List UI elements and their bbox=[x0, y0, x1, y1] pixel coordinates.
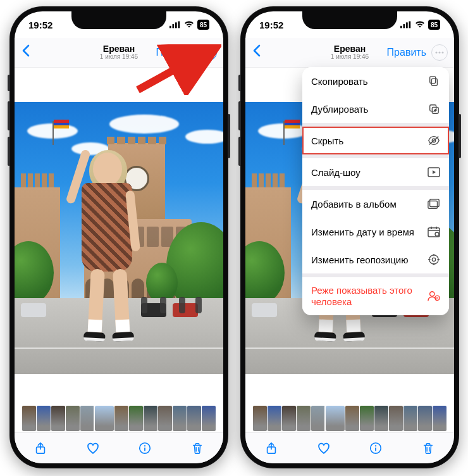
thumbnail[interactable] bbox=[144, 406, 157, 431]
nav-bar: Ереван 1 июля 19:46 Править bbox=[245, 38, 454, 68]
thumbnail[interactable] bbox=[173, 406, 187, 431]
menu-label: Добавить в альбом bbox=[311, 199, 397, 210]
menu-label: Слайд-шоу bbox=[311, 167, 360, 178]
delete-button[interactable] bbox=[420, 440, 436, 456]
menu-item-add-to-album[interactable]: Добавить в альбом bbox=[302, 190, 449, 218]
power-button bbox=[459, 114, 461, 158]
svg-rect-2 bbox=[175, 22, 177, 28]
menu-item-hide[interactable]: Скрыть bbox=[302, 127, 449, 154]
thumbnail[interactable] bbox=[268, 406, 281, 431]
thumbnail[interactable] bbox=[51, 406, 65, 431]
svg-rect-24 bbox=[430, 77, 436, 84]
wifi-icon bbox=[415, 21, 425, 28]
svg-line-11 bbox=[138, 49, 211, 90]
delete-button[interactable] bbox=[189, 440, 206, 456]
menu-label: Реже показывать этого человека bbox=[311, 285, 419, 308]
volume-down bbox=[8, 137, 10, 166]
thumbnail[interactable] bbox=[66, 406, 80, 431]
volume-down bbox=[238, 137, 241, 166]
menu-item-change-datetime[interactable]: Изменить дату и время bbox=[302, 218, 449, 246]
person-subject bbox=[70, 153, 146, 355]
context-menu: Скопировать Дублировать Скрыть Слайд-шоу… bbox=[302, 67, 449, 315]
thumbnail[interactable] bbox=[202, 406, 216, 431]
thumbnail[interactable] bbox=[433, 406, 446, 431]
more-button[interactable] bbox=[431, 44, 448, 61]
svg-rect-22 bbox=[375, 448, 376, 451]
svg-point-34 bbox=[429, 255, 438, 264]
svg-point-21 bbox=[375, 445, 376, 446]
favorite-button[interactable] bbox=[316, 440, 332, 456]
bottom-toolbar bbox=[245, 432, 454, 463]
svg-rect-23 bbox=[431, 78, 437, 85]
svg-rect-15 bbox=[409, 22, 410, 28]
svg-point-33 bbox=[435, 232, 439, 236]
menu-item-duplicate[interactable]: Дублировать bbox=[302, 95, 449, 123]
screen-right: 19:52 85 Ереван 1 июля 19:46 Править bbox=[245, 11, 454, 463]
thumbnail[interactable] bbox=[80, 406, 94, 431]
svg-rect-0 bbox=[169, 26, 171, 28]
svg-point-18 bbox=[441, 51, 443, 53]
volume-up bbox=[238, 101, 241, 130]
svg-point-16 bbox=[435, 51, 437, 53]
back-button[interactable] bbox=[252, 44, 267, 61]
menu-label: Изменить геопозицию bbox=[311, 254, 408, 265]
annotation-arrow bbox=[133, 44, 221, 95]
menu-item-feature-less[interactable]: Реже показывать этого человека bbox=[302, 277, 449, 315]
thumbnail-strip[interactable] bbox=[15, 404, 223, 433]
thumbnail[interactable] bbox=[403, 406, 417, 431]
photo-content bbox=[15, 102, 223, 374]
thumbnail[interactable] bbox=[187, 406, 201, 431]
menu-item-copy[interactable]: Скопировать bbox=[302, 67, 449, 95]
thumbnail[interactable] bbox=[297, 406, 311, 431]
power-button bbox=[228, 114, 230, 158]
thumbnail[interactable] bbox=[158, 406, 172, 431]
thumbnail[interactable] bbox=[389, 406, 403, 431]
thumbnail[interactable] bbox=[374, 406, 388, 431]
favorite-button[interactable] bbox=[85, 440, 101, 456]
thumbnail[interactable] bbox=[37, 406, 51, 431]
thumbnail[interactable] bbox=[311, 406, 325, 431]
phone-right: 19:52 85 Ереван 1 июля 19:46 Править bbox=[240, 6, 459, 468]
status-right: 85 bbox=[169, 20, 209, 30]
notch bbox=[302, 11, 397, 29]
thumbnail[interactable] bbox=[360, 406, 374, 431]
svg-point-35 bbox=[432, 258, 435, 261]
back-button[interactable] bbox=[21, 44, 36, 61]
thumbnail[interactable] bbox=[95, 406, 114, 431]
battery-level: 85 bbox=[197, 20, 209, 30]
svg-point-17 bbox=[438, 51, 440, 53]
thumbnail[interactable] bbox=[129, 406, 143, 431]
cellular-icon bbox=[169, 21, 181, 28]
thumbnail[interactable] bbox=[418, 406, 432, 431]
status-right: 85 bbox=[400, 20, 440, 30]
nav-title-block: Ереван 1 июля 19:46 bbox=[331, 44, 369, 60]
cellular-icon bbox=[400, 21, 412, 28]
thumbnail[interactable] bbox=[22, 406, 36, 431]
thumbnail[interactable] bbox=[345, 406, 359, 431]
album-icon bbox=[428, 197, 440, 210]
svg-rect-3 bbox=[178, 22, 180, 28]
status-time: 19:52 bbox=[259, 20, 283, 30]
thumbnail[interactable] bbox=[326, 406, 345, 431]
menu-item-slideshow[interactable]: Слайд-шоу bbox=[302, 158, 449, 186]
notch bbox=[71, 11, 166, 29]
status-time: 19:52 bbox=[28, 20, 52, 30]
share-button[interactable] bbox=[263, 440, 280, 456]
bottom-toolbar bbox=[15, 432, 223, 463]
thumbnail[interactable] bbox=[253, 406, 267, 431]
thumbnail-strip[interactable] bbox=[245, 404, 454, 433]
photo-viewer[interactable] bbox=[15, 68, 223, 408]
thumbnail[interactable] bbox=[114, 406, 128, 431]
info-button[interactable] bbox=[137, 440, 153, 456]
menu-item-change-location[interactable]: Изменить геопозицию bbox=[302, 246, 449, 273]
menu-label: Скопировать bbox=[311, 76, 368, 87]
silence-switch bbox=[8, 75, 10, 91]
menu-label: Изменить дату и время bbox=[311, 227, 414, 237]
info-button[interactable] bbox=[367, 440, 384, 456]
copy-icon bbox=[428, 75, 440, 87]
share-button[interactable] bbox=[32, 440, 49, 456]
thumbnail[interactable] bbox=[282, 406, 296, 431]
svg-point-9 bbox=[144, 445, 145, 446]
edit-button[interactable]: Править bbox=[387, 47, 426, 58]
person-minus-icon bbox=[428, 290, 440, 303]
